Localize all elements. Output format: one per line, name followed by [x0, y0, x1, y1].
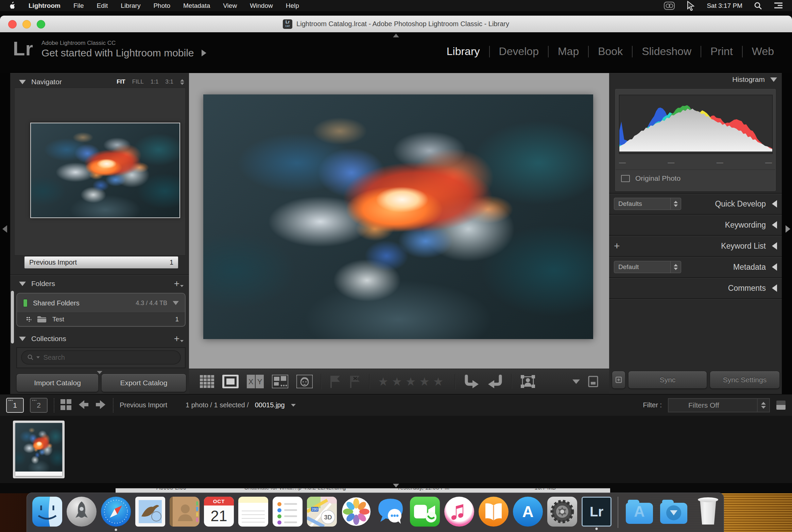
toolbar-options-dropdown[interactable] [572, 379, 580, 384]
menu-item-library[interactable]: Library [121, 2, 140, 10]
minimize-window-button[interactable] [22, 20, 31, 29]
dock-itunes-icon[interactable] [444, 497, 474, 527]
survey-view-icon[interactable] [272, 375, 288, 388]
filmstrip-source[interactable]: Previous Import [120, 401, 167, 409]
sync-button[interactable]: Sync [628, 371, 707, 389]
volume-row[interactable]: Shared Folders 4.3 / 4.4 TB [17, 294, 185, 313]
zoom-mode-fill[interactable]: FILL [132, 78, 144, 85]
filter-toggle-switch[interactable] [776, 400, 786, 410]
spotlight-search-icon[interactable] [754, 2, 762, 10]
menu-item-edit[interactable]: Edit [97, 2, 108, 10]
filter-select[interactable]: Filters Off [668, 398, 770, 412]
dock-lightroom-icon[interactable]: Lr [582, 497, 612, 527]
zoom-window-button[interactable] [37, 20, 45, 29]
comments-expand-icon[interactable] [772, 284, 777, 292]
flag-pick-icon[interactable] [330, 375, 341, 388]
menu-app-name[interactable]: Lightroom [29, 2, 61, 10]
collections-collapse-icon[interactable] [19, 337, 26, 341]
menu-item-file[interactable]: File [73, 2, 84, 10]
creative-cloud-icon[interactable] [664, 2, 675, 10]
module-library[interactable]: Library [437, 45, 489, 58]
menu-item-view[interactable]: View [223, 2, 237, 10]
dock-contacts-icon[interactable] [170, 497, 200, 527]
grid-view-shortcut-icon[interactable] [61, 399, 71, 411]
search-options-chevron[interactable] [36, 356, 40, 358]
add-collection-button[interactable]: + [174, 335, 189, 342]
star-rating[interactable]: ★★★★★ [378, 376, 447, 387]
rotate-right-icon[interactable] [487, 375, 503, 388]
flag-reject-icon[interactable] [349, 375, 361, 388]
quick-develop-preset-select[interactable]: Defaults [614, 198, 681, 210]
dock-trash-icon[interactable] [693, 497, 723, 527]
menu-clock[interactable]: Sat 3:17 PM [707, 2, 742, 10]
apple-menu-icon[interactable] [9, 2, 16, 10]
add-folder-button[interactable]: + [174, 280, 189, 287]
people-view-icon[interactable] [296, 375, 313, 388]
navigator-collapse-icon[interactable] [19, 80, 26, 84]
thumbnail-size-icon[interactable] [588, 376, 598, 387]
collections-panel-collapse-arrow[interactable] [97, 371, 102, 374]
lightroom-mobile-cta[interactable]: Get started with Lightroom mobile [41, 47, 206, 59]
histogram-collapse-icon[interactable] [770, 77, 777, 82]
menu-item-photo[interactable]: Photo [153, 2, 170, 10]
zoom-mode-fit[interactable]: FIT [117, 78, 125, 85]
dock-messages-icon[interactable] [376, 497, 406, 527]
dock-system-preferences-icon[interactable] [547, 497, 577, 527]
zoom-mode-3-1[interactable]: 3:1 [165, 78, 173, 85]
original-photo-checkbox[interactable] [621, 175, 630, 182]
dock-ibooks-icon[interactable] [479, 497, 509, 527]
menu-item-help[interactable]: Help [286, 2, 299, 10]
module-develop[interactable]: Develop [490, 45, 548, 58]
import-catalog-button[interactable]: Import Catalog [16, 374, 99, 392]
collections-search-field[interactable] [21, 350, 181, 365]
keywording-expand-icon[interactable] [772, 221, 777, 229]
module-book[interactable]: Book [589, 45, 632, 58]
dock-applications-folder-icon[interactable]: A [624, 497, 654, 527]
volume-collapse-icon[interactable] [173, 301, 179, 305]
compare-view-icon[interactable]: X Y [247, 375, 264, 388]
menu-item-metadata[interactable]: Metadata [183, 2, 210, 10]
top-panel-collapse-arrow[interactable] [393, 34, 399, 37]
menu-item-window[interactable]: Window [250, 2, 273, 10]
thumbnail-image[interactable] [15, 423, 62, 472]
filmstrip-filename[interactable]: 00015.jpg [255, 401, 285, 409]
notification-center-icon[interactable] [774, 2, 783, 10]
module-web[interactable]: Web [743, 45, 783, 58]
rotate-left-icon[interactable] [464, 375, 479, 388]
zoom-mode-stepper[interactable] [180, 79, 184, 85]
dock-calendar-icon[interactable]: OCT 21 [204, 497, 234, 527]
dock-maps-icon[interactable]: 280 3D [307, 497, 337, 527]
main-window-button[interactable]: 1 [6, 398, 24, 413]
dock-facetime-icon[interactable] [410, 497, 440, 527]
crop-overlay-icon[interactable] [520, 374, 536, 389]
search-input[interactable] [42, 353, 175, 362]
metadata-expand-icon[interactable] [772, 263, 777, 271]
export-catalog-button[interactable]: Export Catalog [101, 374, 186, 392]
keyword-list-expand-icon[interactable] [772, 242, 777, 250]
dock-downloads-folder-icon[interactable] [659, 497, 689, 527]
dock-notes-icon[interactable] [238, 497, 268, 527]
module-map[interactable]: Map [549, 45, 588, 58]
dock-launchpad-icon[interactable] [67, 497, 97, 527]
filmstrip-thumbnail-cell[interactable] [13, 421, 65, 478]
dock-appstore-icon[interactable]: A [513, 497, 543, 527]
loupe-view-icon[interactable] [222, 375, 239, 388]
dock-photos-icon[interactable] [341, 497, 371, 527]
filename-dropdown-chevron[interactable] [291, 404, 296, 407]
dock-reminders-icon[interactable] [273, 497, 303, 527]
zoom-mode-1-1[interactable]: 1:1 [151, 78, 159, 85]
navigator-thumbnail[interactable] [30, 123, 180, 218]
histogram-chart[interactable] [619, 95, 773, 154]
folder-row-test[interactable]: Test 1 [17, 313, 185, 326]
dock-mail-icon[interactable] [135, 497, 165, 527]
module-slideshow[interactable]: Slideshow [633, 45, 701, 58]
sync-settings-button[interactable]: Sync Settings [710, 371, 780, 389]
filmstrip-collapse-arrow[interactable] [393, 484, 399, 487]
module-print[interactable]: Print [701, 45, 742, 58]
previous-import-row[interactable]: Previous Import 1 [24, 256, 178, 268]
next-photo-arrow[interactable] [95, 400, 107, 411]
folders-collapse-icon[interactable] [19, 282, 26, 286]
collapse-left-panel-arrow[interactable] [2, 225, 7, 233]
dock-finder-icon[interactable] [32, 497, 62, 527]
add-keyword-button[interactable]: + [614, 241, 620, 251]
